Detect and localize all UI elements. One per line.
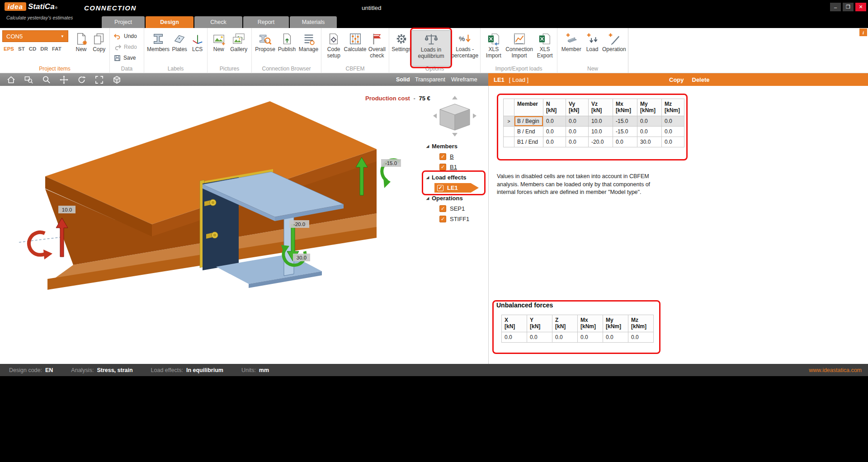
expander-icon[interactable]: ◢ [424,175,432,179]
rotate-icon[interactable] [76,74,87,85]
code-st[interactable]: ST [18,46,25,52]
project-item-selector[interactable]: CON5 ▼ [2,30,68,42]
tree-item-stiff1-label[interactable]: STIFF1 [450,216,469,222]
code-eps[interactable]: EPS [4,46,14,52]
new-member-button[interactable]: Member [560,30,583,53]
cell-n[interactable]: 0.0 [543,116,566,126]
display-mode-wireframe[interactable]: Wireframe [451,76,477,83]
lcs-button[interactable]: LCS [189,30,206,53]
website-link[interactable]: www.ideastatica.com [809,367,862,373]
code-cd[interactable]: CD [29,46,37,52]
display-mode-transparent[interactable]: Transparent [415,76,445,83]
viewport-3d[interactable]: 10.0 -15.0 -20.0 [0,86,488,364]
cell-my[interactable]: 0.0 [637,126,662,137]
cell-mz[interactable]: 0.0 [662,126,684,137]
gallery-button[interactable]: Gallery [228,30,250,53]
cell-mz[interactable]: 0.0 [662,116,684,126]
tree-item-stiff1[interactable]: ✓ STIFF1 [424,214,488,224]
calculate-button[interactable]: Calculate [344,30,366,53]
cell-n[interactable]: 0.0 [543,126,566,137]
cell-mz[interactable]: 0.0 [662,137,684,147]
new-load-button[interactable]: Load [583,30,601,53]
new-operation-button[interactable]: Operation [602,30,627,53]
tree-item-b-label[interactable]: B [450,153,454,160]
checkbox-sep1[interactable]: ✓ [439,205,446,212]
scene-3d[interactable]: 10.0 -15.0 -20.0 [0,86,488,364]
manage-button[interactable]: Manage [297,30,320,53]
delete-load-button[interactable]: Delete [692,76,710,83]
maximize-button[interactable]: ❐ [843,3,854,11]
plates-labels-button[interactable]: Plates [170,30,189,53]
cell-member[interactable]: B / End [514,126,543,137]
checkbox-b[interactable]: ✓ [439,153,446,160]
navigation-cube[interactable] [433,96,476,137]
publish-button[interactable]: Publish [276,30,297,53]
cell-vz[interactable]: -20.0 [589,137,613,147]
redo-button[interactable]: Redo [114,42,137,52]
tree-item-b1[interactable]: ✓ B1 [424,162,488,172]
overall-check-button[interactable]: Overall check [367,30,387,59]
tree-section-operations[interactable]: ◢ Operations [424,193,488,203]
xls-export-button[interactable]: XLS Export [534,30,556,59]
minimize-button[interactable]: – [830,3,841,11]
new-project-item-button[interactable]: New [72,30,90,53]
zoom-window-icon[interactable] [23,74,34,85]
load-table-row[interactable]: > B / Begin 0.0 0.0 10.0 -15.0 0.0 0.0 [504,116,684,126]
tree-section-load-effects[interactable]: ◢ Load effects [424,172,488,183]
cell-member[interactable]: B / Begin [514,116,543,126]
tree-item-sep1-label[interactable]: SEP1 [450,205,465,212]
xls-import-button[interactable]: XLS Import [483,30,505,59]
code-dr[interactable]: DR [40,46,48,52]
cell-n[interactable]: 0.0 [543,137,566,147]
cell-mx[interactable]: 0.0 [613,137,637,147]
close-button[interactable]: ✕ [855,3,866,11]
expander-icon[interactable]: ◢ [424,196,432,200]
tree-item-b1-label[interactable]: B1 [450,164,457,170]
fit-view-icon[interactable] [94,74,104,85]
tab-design[interactable]: Design [146,16,193,28]
copy-project-item-button[interactable]: Copy [90,30,108,53]
checkbox-le1[interactable]: ✓ [437,185,443,191]
display-mode-solid[interactable]: Solid [396,76,410,83]
cell-my[interactable]: 30.0 [637,137,662,147]
settings-button[interactable]: Settings [392,30,411,53]
connection-import-button[interactable]: Connection Import [505,30,534,59]
code-setup-button[interactable]: Code setup [324,30,344,59]
tab-project[interactable]: Project [102,16,145,28]
cell-vy[interactable]: 0.0 [566,116,589,126]
new-picture-button[interactable]: New [210,30,228,53]
cell-member[interactable]: B1 / End [514,137,543,147]
tree-section-members[interactable]: ◢ Members [424,141,488,151]
expander-icon[interactable]: ◢ [424,144,432,148]
undo-button[interactable]: Undo [114,32,137,41]
info-button[interactable]: i [859,28,867,36]
load-table-row[interactable]: B / End 0.0 0.0 10.0 -15.0 0.0 0.0 [504,126,684,137]
checkbox-stiff1[interactable]: ✓ [439,216,446,222]
tree-item-b[interactable]: ✓ B [424,151,488,162]
copy-load-button[interactable]: Copy [669,76,684,83]
loads-percentage-button[interactable]: % Loads - percentage [451,30,479,59]
cell-my[interactable]: 0.0 [637,116,662,126]
tab-materials[interactable]: Materials [290,16,337,28]
save-button[interactable]: Save [114,53,137,62]
members-labels-button[interactable]: Members [146,30,170,53]
cell-mx[interactable]: -15.0 [613,116,637,126]
cell-vz[interactable]: 10.0 [589,116,613,126]
tab-report[interactable]: Report [243,16,289,28]
home-view-icon[interactable] [5,74,16,85]
propose-button[interactable]: Propose [254,30,276,53]
tree-item-le1[interactable]: ✓ LE1 [434,183,479,193]
cell-mx[interactable]: -15.0 [613,126,637,137]
cell-vy[interactable]: 0.0 [566,137,589,147]
tab-check[interactable]: Check [194,16,242,28]
cell-vy[interactable]: 0.0 [566,126,589,137]
solid-view-icon[interactable] [111,74,122,85]
code-fat[interactable]: FAT [52,46,61,52]
checkbox-b1[interactable]: ✓ [439,164,446,170]
zoom-icon[interactable] [41,74,52,85]
cell-vz[interactable]: 10.0 [589,126,613,137]
load-table-row[interactable]: B1 / End 0.0 0.0 -20.0 0.0 30.0 0.0 [504,137,684,147]
loads-in-equilibrium-button[interactable]: Loads in equilibrium [411,30,451,66]
pan-icon[interactable] [58,74,69,85]
tree-item-sep1[interactable]: ✓ SEP1 [424,203,488,214]
